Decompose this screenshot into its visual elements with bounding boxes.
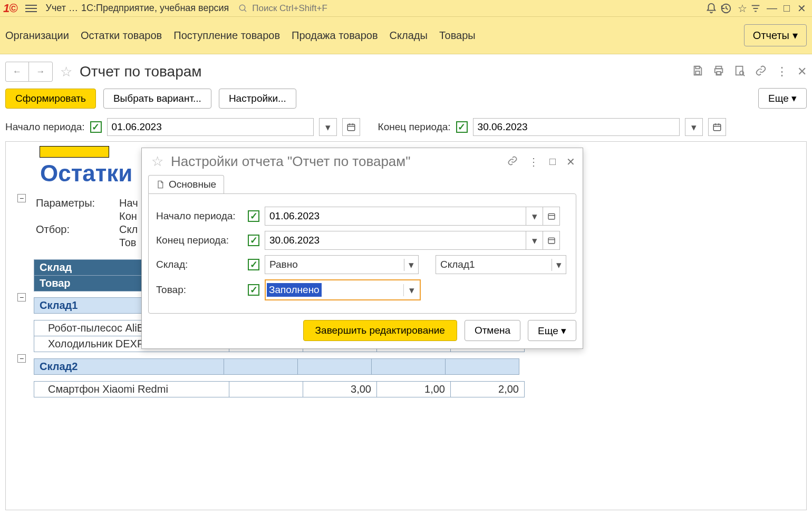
chevron-down-icon: ▾	[791, 93, 797, 104]
svg-line-11	[743, 74, 745, 76]
nav-sale[interactable]: Продажа товаров	[292, 30, 378, 42]
reports-dropdown[interactable]: Отчеты▾	[744, 24, 807, 46]
save-icon[interactable]	[692, 65, 703, 79]
dlg-product-checkbox[interactable]: ✓	[248, 284, 259, 296]
more-button[interactable]: Еще ▾	[758, 88, 807, 109]
finish-editing-button[interactable]: Завершить редактирование	[303, 320, 457, 341]
nav-products[interactable]: Товары	[439, 30, 476, 42]
dialog-more-icon[interactable]: ⋮	[528, 155, 539, 168]
dlg-warehouse-value-select[interactable]: Склад1 ▾	[436, 255, 566, 274]
dlg-end-checkbox[interactable]: ✓	[248, 235, 259, 246]
dlg-end-calendar-icon[interactable]	[543, 231, 560, 250]
app-name-short: Учет …	[45, 3, 78, 14]
chevron-down-icon: ▾	[552, 259, 562, 271]
more-label: Еще	[768, 93, 789, 104]
svg-rect-22	[548, 238, 555, 244]
start-date-dropdown[interactable]: ▾	[319, 118, 337, 136]
filter-label: Отбор:	[36, 223, 119, 236]
dlg-end-dropdown[interactable]: ▾	[526, 231, 543, 250]
dlg-product-op-select[interactable]: Заполнено ▾	[265, 279, 421, 300]
choose-variant-button[interactable]: Выбрать вариант...	[103, 89, 211, 109]
nav-receipt[interactable]: Поступление товаров	[173, 30, 280, 42]
chevron-down-icon: ▾	[792, 29, 798, 42]
dlg-warehouse-checkbox[interactable]: ✓	[248, 259, 259, 270]
table-group-row: Склад2	[34, 359, 519, 375]
star-icon[interactable]: ☆	[735, 2, 750, 15]
start-date-checkbox[interactable]: ✓	[90, 121, 102, 133]
navbar: Организации Остатки товаров Поступление …	[0, 17, 812, 54]
dialog-link-icon[interactable]	[507, 155, 518, 168]
print-icon[interactable]	[713, 65, 724, 79]
global-search[interactable]	[238, 3, 367, 14]
nav-stock[interactable]: Остатки товаров	[81, 30, 162, 42]
filter-icon[interactable]	[750, 3, 765, 14]
dialog-close-icon[interactable]: ✕	[566, 155, 575, 168]
dlg-start-calendar-icon[interactable]	[543, 207, 560, 226]
svg-rect-16	[713, 124, 721, 131]
dialog-more-button[interactable]: Еще ▾	[528, 320, 576, 341]
dlg-product-op-value: Заполнено	[267, 283, 322, 297]
tab-main[interactable]: Основные	[148, 175, 224, 193]
date-filter-row: Начало периода: ✓ ▾ Конец периода: ✓ ▾	[0, 116, 812, 141]
settings-button[interactable]: Настройки...	[219, 89, 296, 109]
search-input[interactable]	[251, 3, 367, 14]
svg-rect-6	[695, 71, 699, 74]
bell-icon[interactable]	[705, 3, 720, 14]
document-icon	[156, 180, 165, 189]
search-icon	[238, 4, 248, 13]
end-date-dropdown[interactable]: ▾	[685, 118, 703, 136]
tree-collapse-icon[interactable]: −	[17, 354, 26, 363]
dialog-maximize-icon[interactable]: □	[549, 155, 556, 168]
close-icon[interactable]: ✕	[794, 2, 809, 15]
dlg-end-label: Конец периода:	[156, 235, 243, 246]
svg-rect-12	[347, 124, 355, 131]
app-name-long: 1С:Предприятие, учебная версия	[81, 3, 229, 14]
tree-collapse-icon[interactable]: −	[17, 194, 26, 202]
start-date-input[interactable]	[107, 118, 314, 136]
dlg-start-checkbox[interactable]: ✓	[248, 210, 259, 222]
dlg-start-dropdown[interactable]: ▾	[526, 207, 543, 226]
form-button[interactable]: Сформировать	[5, 89, 96, 109]
favorite-star[interactable]: ☆	[60, 64, 72, 80]
start-date-calendar-icon[interactable]	[342, 118, 360, 136]
dlg-warehouse-op-select[interactable]: Равно ▾	[265, 255, 419, 274]
dlg-start-label: Начало периода:	[156, 210, 243, 222]
end-date-input[interactable]	[473, 118, 680, 136]
forward-button[interactable]: →	[29, 62, 52, 81]
dialog-star-icon[interactable]: ☆	[151, 153, 163, 170]
svg-rect-5	[695, 66, 699, 69]
nav-organizations[interactable]: Организации	[5, 30, 69, 42]
dlg-warehouse-value: Склад1	[440, 259, 475, 270]
logo-1c: 1©	[3, 2, 17, 15]
maximize-icon[interactable]: □	[779, 2, 794, 14]
report-toolbar: Сформировать Выбрать вариант... Настройк…	[0, 85, 812, 116]
dialog-title: Настройки отчета "Отчет по товарам"	[171, 153, 410, 170]
menu-icon[interactable]	[25, 3, 37, 14]
nav-arrows: ← →	[5, 62, 53, 82]
table-row: Смартфон Xiaomi Redmi3,001,002,00	[34, 382, 525, 397]
back-button[interactable]: ←	[6, 62, 29, 81]
svg-rect-20	[548, 213, 555, 219]
history-icon[interactable]	[720, 3, 735, 14]
chevron-down-icon: ▾	[561, 325, 566, 336]
nav-warehouses[interactable]: Склады	[390, 30, 428, 42]
dlg-warehouse-op-value: Равно	[269, 259, 298, 270]
cancel-button[interactable]: Отмена	[465, 320, 520, 341]
end-date-label: Конец периода:	[378, 121, 451, 133]
dlg-start-input[interactable]	[265, 207, 526, 226]
tree-collapse-icon[interactable]: −	[17, 293, 26, 302]
dlg-product-label: Товар:	[156, 284, 243, 296]
chevron-down-icon: ▾	[404, 259, 414, 271]
page-header: ← → ☆ Отчет по товарам ⋮ ✕	[0, 54, 812, 85]
dlg-end-input[interactable]	[265, 231, 526, 250]
link-icon[interactable]	[755, 65, 767, 79]
svg-point-0	[240, 5, 246, 11]
close-tab-icon[interactable]: ✕	[797, 65, 807, 79]
preview-icon[interactable]	[734, 65, 746, 79]
more-icon[interactable]: ⋮	[776, 65, 788, 79]
end-date-calendar-icon[interactable]	[708, 118, 726, 136]
chevron-down-icon: ▾	[403, 284, 420, 296]
minimize-icon[interactable]: —	[765, 2, 779, 14]
end-date-checkbox[interactable]: ✓	[456, 121, 468, 133]
page-title: Отчет по товарам	[80, 63, 202, 80]
